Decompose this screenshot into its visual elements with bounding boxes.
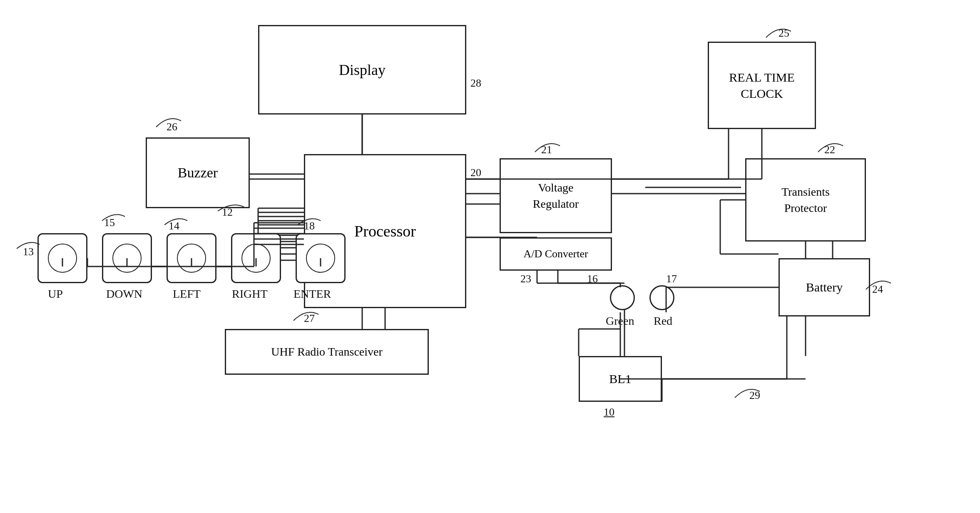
processor-ref: 20 — [470, 167, 481, 179]
battery-ref: 24 — [872, 283, 883, 296]
voltage-regulator-ref: 21 — [541, 144, 552, 156]
right-ref: 12 — [222, 206, 233, 219]
red-label: Red — [654, 314, 672, 328]
ad-converter-block: A/D Converter — [500, 237, 612, 271]
up-ref: 13 — [23, 246, 34, 258]
bl1-ref: 10 — [604, 406, 614, 418]
red-ref: 17 — [666, 273, 677, 285]
display-block: Display — [258, 25, 466, 115]
display-ref: 28 — [470, 77, 481, 90]
transients-protector-block: TransientsProtector — [745, 158, 866, 242]
green-led — [610, 285, 635, 310]
battery-block: Battery — [779, 258, 870, 316]
rtc-block: REAL TIMECLOCK — [708, 42, 816, 129]
left-ref: 14 — [169, 220, 179, 232]
red-led — [649, 285, 674, 310]
enter-label: ENTER — [294, 287, 331, 301]
buzzer-block: Buzzer — [146, 137, 250, 208]
down-ref: 15 — [104, 217, 115, 229]
down-button[interactable] — [102, 233, 152, 283]
green-label: Green — [606, 314, 634, 328]
uhf-ref: 27 — [304, 312, 315, 325]
right-label: RIGHT — [232, 287, 268, 301]
up-label: UP — [48, 287, 63, 301]
buzzer-ref: 26 — [167, 121, 177, 133]
enter-ref: 18 — [304, 220, 315, 232]
enter-button[interactable] — [296, 233, 346, 283]
green-ref: 16 — [587, 273, 598, 285]
left-button[interactable] — [167, 233, 216, 283]
bl1-ref2: 29 — [749, 389, 760, 402]
ad-converter-ref: 23 — [520, 273, 531, 285]
transients-protector-ref: 22 — [824, 144, 835, 156]
rtc-ref: 25 — [779, 27, 789, 40]
bl1-block: BL1 — [579, 356, 662, 402]
right-button[interactable] — [231, 233, 281, 283]
voltage-regulator-block: VoltageRegulator — [500, 158, 612, 233]
processor-block: Processor — [304, 154, 466, 308]
down-label: DOWN — [106, 287, 142, 301]
left-label: LEFT — [173, 287, 201, 301]
circuit-diagram: Display 28 REAL TIMECLOCK 25 Processor 2… — [0, 0, 980, 513]
uhf-radio-block: UHF Radio Transceiver — [225, 329, 429, 375]
up-button[interactable] — [37, 233, 87, 283]
